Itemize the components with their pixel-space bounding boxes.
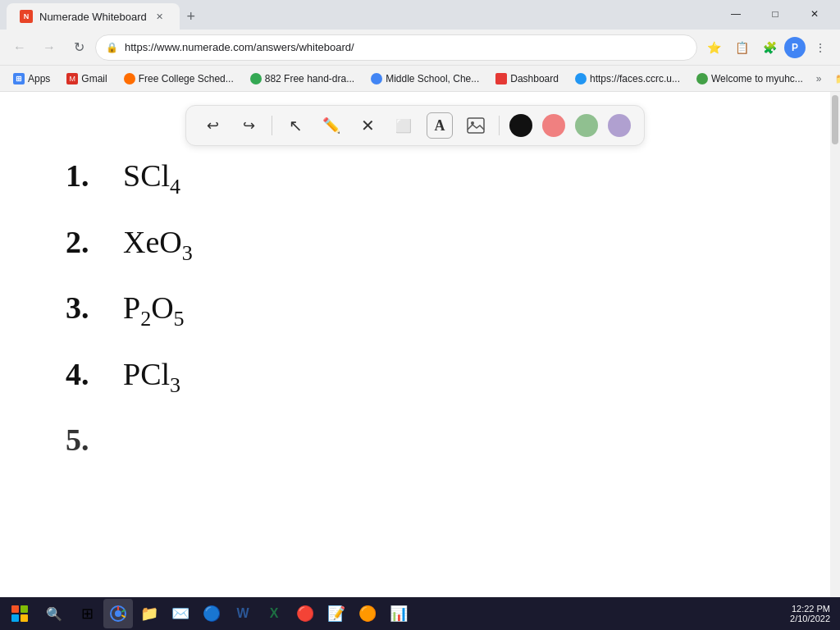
new-tab-button[interactable]: +: [180, 5, 203, 28]
whiteboard-toolbar: ↩ ↪ ↖ ✏️ ✕ ⬜ A: [185, 105, 645, 146]
back-button[interactable]: ←: [7, 34, 33, 61]
address-text: https://www.numerade.com/answers/whitebo…: [125, 41, 687, 53]
formula-number-3: 3.: [66, 290, 107, 326]
undo-tool[interactable]: ↩: [199, 112, 226, 139]
taskbar-app1[interactable]: 🔴: [290, 599, 320, 628]
account-icon[interactable]: ⭐: [701, 34, 727, 61]
taskbar-app4[interactable]: 📊: [384, 599, 413, 628]
bookmark-handdrawn-label: 882 Free hand-dra...: [265, 73, 354, 84]
select-tool[interactable]: ↖: [282, 112, 308, 139]
profile-avatar[interactable]: P: [784, 37, 806, 58]
bookmarks-more-button[interactable]: »: [813, 70, 825, 88]
date-display: 2/10/2022: [790, 614, 830, 623]
forward-button[interactable]: →: [36, 34, 62, 61]
taskbar-chrome[interactable]: [103, 599, 133, 628]
bookmark-college[interactable]: Free College Sched...: [117, 70, 240, 88]
whiteboard[interactable]: ↩ ↪ ↖ ✏️ ✕ ⬜ A: [0, 92, 830, 597]
toolbar-divider-2: [499, 116, 500, 135]
taskbar-search[interactable]: 🔍: [38, 597, 71, 630]
pencil-tool[interactable]: ✏️: [318, 112, 345, 139]
tab-close-button[interactable]: ✕: [153, 10, 167, 23]
dashboard-favicon: [495, 73, 507, 84]
toolbar-actions: ⭐ 📋 🧩 P ⋮: [701, 34, 833, 61]
navigation-toolbar: ← → ↻ 🔒 https://www.numerade.com/answers…: [0, 30, 840, 66]
time-display: 12:22 PM: [792, 604, 830, 614]
tab-title: Numerade Whiteboard: [39, 11, 147, 23]
bookmark-myuhc[interactable]: Welcome to myuhc...: [690, 70, 810, 88]
formula-item-4: 4. PCl3: [66, 356, 193, 398]
taskbar-mail[interactable]: ✉️: [166, 599, 195, 628]
collections-icon[interactable]: 📋: [728, 34, 755, 61]
bookmark-handdrawn[interactable]: 882 Free hand-dra...: [244, 70, 361, 88]
active-tab[interactable]: N Numerade Whiteboard ✕: [7, 3, 180, 30]
formula-number-5: 5.: [66, 422, 107, 458]
formula-number-1: 1.: [66, 158, 107, 194]
refresh-button[interactable]: ↻: [66, 34, 92, 61]
other-bookmarks-button[interactable]: 📁 Other bookmarks: [829, 66, 840, 92]
gmail-favicon: M: [66, 73, 78, 84]
start-button[interactable]: [3, 597, 36, 630]
close-window-button[interactable]: ✕: [796, 2, 833, 26]
bookmark-gmail[interactable]: M Gmail: [60, 70, 113, 88]
maximize-button[interactable]: □: [756, 2, 794, 26]
apps-favicon: ⊞: [13, 73, 25, 84]
image-tool[interactable]: [463, 112, 489, 139]
formula-number-4: 4.: [66, 356, 107, 392]
redo-tool[interactable]: ↪: [235, 112, 262, 139]
bookmarks-bar: ⊞ Apps M Gmail Free College Sched... 882…: [0, 66, 840, 92]
taskbar-excel[interactable]: X: [259, 599, 289, 628]
eraser-tool[interactable]: ⬜: [390, 112, 417, 139]
browser-frame: N Numerade Whiteboard ✕ + — □ ✕ ← → ↻ 🔒 …: [0, 0, 840, 630]
settings-tool[interactable]: ✕: [354, 112, 381, 139]
scrollbar[interactable]: [830, 92, 840, 597]
bookmark-middleschool-label: Middle School, Che...: [386, 73, 479, 84]
toolbar-divider-1: [272, 116, 272, 135]
taskbar: 🔍 ⊞ 📁 ✉️ 🔵 W X 🔴 📝 🟠 📊 12:22 PM 2/10/202…: [0, 597, 840, 630]
bookmark-dashboard-label: Dashboard: [510, 73, 559, 84]
bookmark-middle-school[interactable]: Middle School, Che...: [364, 70, 486, 88]
middleschool-favicon: [371, 73, 382, 84]
formula-text-2: XeO3: [123, 224, 193, 266]
tab-favicon: N: [20, 10, 33, 23]
color-black[interactable]: [509, 114, 532, 137]
taskbar-time: 12:22 PM 2/10/2022: [790, 604, 830, 623]
taskbar-right: 12:22 PM 2/10/2022: [783, 604, 837, 623]
faces-favicon: [575, 73, 587, 84]
formula-text-3: P2O5: [123, 290, 185, 331]
bookmark-gmail-label: Gmail: [81, 73, 107, 84]
taskbar-app3[interactable]: 🟠: [353, 599, 382, 628]
college-favicon: [124, 73, 135, 84]
scrollbar-thumb[interactable]: [832, 95, 838, 144]
tab-bar: N Numerade Whiteboard ✕ + — □ ✕: [0, 0, 840, 30]
formula-text-4: PCl3: [123, 356, 180, 398]
formula-text-1: SCl4: [123, 158, 180, 199]
bookmark-faces[interactable]: https://faces.ccrc.u...: [568, 70, 687, 88]
svg-rect-0: [468, 118, 484, 133]
minimize-button[interactable]: —: [717, 2, 755, 26]
taskbar-cortana[interactable]: 🔵: [197, 599, 226, 628]
bookmark-dashboard[interactable]: Dashboard: [489, 70, 565, 88]
color-pink[interactable]: [542, 114, 565, 137]
extensions-icon[interactable]: 🧩: [756, 34, 783, 61]
taskbar-word[interactable]: W: [228, 599, 258, 628]
taskbar-explorer[interactable]: 📁: [135, 599, 164, 628]
text-tool[interactable]: A: [427, 112, 453, 139]
bookmark-apps[interactable]: ⊞ Apps: [7, 70, 57, 88]
myuhc-favicon: [696, 73, 708, 84]
taskbar-app2[interactable]: 📝: [322, 599, 351, 628]
bookmark-faces-label: https://faces.ccrc.u...: [590, 73, 680, 84]
color-green[interactable]: [575, 114, 598, 137]
formula-item-3: 3. P2O5: [66, 290, 193, 331]
color-purple[interactable]: [608, 114, 631, 137]
bookmark-myuhc-label: Welcome to myuhc...: [711, 73, 803, 84]
content-area: ↩ ↪ ↖ ✏️ ✕ ⬜ A: [0, 92, 840, 597]
formula-number-2: 2.: [66, 224, 107, 260]
formula-list: 1. SCl4 2. XeO3 3.: [66, 158, 193, 482]
taskbar-task-view[interactable]: ⊞: [72, 599, 102, 628]
formula-item-2: 2. XeO3: [66, 224, 193, 266]
lock-icon: 🔒: [106, 42, 118, 53]
formula-item-5: 5.: [66, 422, 193, 458]
menu-icon[interactable]: ⋮: [807, 34, 833, 61]
bookmark-apps-label: Apps: [28, 73, 50, 84]
address-bar[interactable]: 🔒 https://www.numerade.com/answers/white…: [95, 34, 697, 61]
